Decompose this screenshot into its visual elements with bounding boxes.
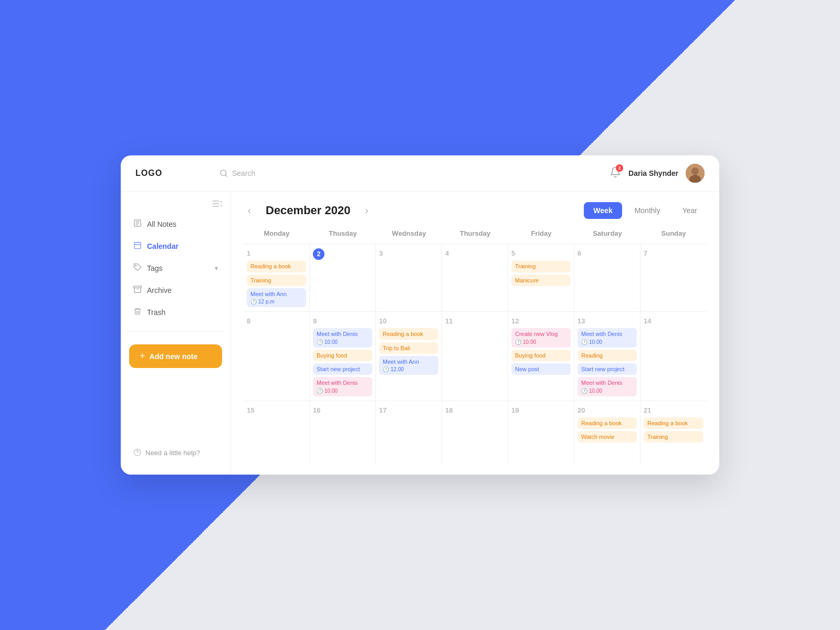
prev-month-button[interactable]: ‹ bbox=[244, 203, 255, 218]
calendar-cell[interactable]: 6 bbox=[574, 244, 640, 311]
sidebar: All Notes Calendar Tags ▾ bbox=[121, 192, 231, 474]
sidebar-item-archive[interactable]: Archive bbox=[127, 280, 224, 301]
sidebar-item-trash[interactable]: Trash bbox=[127, 302, 224, 323]
calendar-cell[interactable]: 15 bbox=[244, 401, 310, 464]
event-chip[interactable]: Watch movie bbox=[578, 431, 637, 443]
event-chip[interactable]: Reading a book bbox=[379, 328, 438, 340]
event-label: Buying food bbox=[515, 352, 567, 359]
event-label: Reading a book bbox=[581, 419, 633, 427]
calendar-cell[interactable]: 14 bbox=[640, 312, 707, 400]
search-bar[interactable]: Search bbox=[219, 169, 610, 177]
event-label: Training bbox=[647, 433, 700, 440]
event-chip[interactable]: Meet with Denis🕐 10.00 bbox=[313, 377, 372, 396]
monthly-view-button[interactable]: Monthly bbox=[625, 202, 670, 219]
calendar-cell[interactable]: 13Meet with Denis🕐 10.00ReadingStart new… bbox=[574, 312, 640, 400]
tags-icon bbox=[133, 263, 142, 274]
sidebar-item-calendar[interactable]: Calendar bbox=[127, 236, 224, 257]
event-label: Meet with Ann bbox=[383, 358, 435, 365]
event-chip[interactable]: Meet with Denis🕐 10.00 bbox=[313, 328, 372, 347]
clock-icon: 🕐 bbox=[317, 339, 323, 345]
calendar-nav: ‹ December 2020 › bbox=[244, 203, 372, 218]
event-chip[interactable]: Reading a book bbox=[644, 417, 704, 429]
event-chip[interactable]: Buying food bbox=[313, 350, 372, 361]
event-chip[interactable]: Meet with Ann🕐 12 p.m bbox=[247, 288, 306, 307]
clock-icon: 🕐 bbox=[515, 339, 521, 345]
calendar-cell[interactable]: 18 bbox=[442, 401, 508, 464]
help-link[interactable]: Need a little help? bbox=[133, 448, 218, 458]
day-tuesday: Thusday bbox=[310, 229, 376, 242]
event-time-value: 10.00 bbox=[324, 387, 338, 394]
calendar-cell[interactable]: 1Reading a bookTrainingMeet with Ann🕐 12… bbox=[244, 244, 310, 311]
week-view-button[interactable]: Week bbox=[584, 202, 622, 219]
event-chip[interactable]: Start new project bbox=[578, 363, 637, 375]
event-chip[interactable]: Trip to Bali bbox=[379, 342, 438, 354]
body: All Notes Calendar Tags ▾ bbox=[121, 192, 719, 474]
calendar-cell[interactable]: 16 bbox=[310, 401, 376, 464]
day-names-header: Monday Thusday Wednsday Thursday Friday … bbox=[244, 229, 707, 242]
event-label: Watch movie bbox=[581, 433, 633, 440]
event-chip[interactable]: Meet with Denis🕐 10.00 bbox=[578, 328, 637, 347]
search-icon bbox=[219, 169, 228, 177]
event-label: Start new project bbox=[317, 365, 369, 373]
event-label: Manicure bbox=[515, 277, 567, 284]
calendar-cell[interactable]: 19 bbox=[508, 401, 574, 464]
event-time-value: 10.00 bbox=[589, 387, 602, 394]
event-chip[interactable]: Training bbox=[644, 431, 704, 443]
event-label: Reading a book bbox=[250, 262, 302, 270]
calendar-cell[interactable]: 11 bbox=[442, 312, 508, 400]
event-time-value: 12 p.m bbox=[258, 298, 275, 305]
sidebar-item-tags[interactable]: Tags ▾ bbox=[127, 258, 224, 279]
calendar-cell[interactable]: 5TrainingManicure bbox=[508, 244, 574, 311]
event-label: Buying food bbox=[317, 352, 369, 359]
calendar-cell[interactable]: 4 bbox=[442, 244, 508, 311]
event-chip[interactable]: Reading bbox=[578, 350, 637, 361]
calendar-cell[interactable]: 10Reading a bookTrip to BaliMeet with An… bbox=[376, 312, 442, 400]
day-saturday: Saturday bbox=[574, 229, 640, 242]
calendar-week-3: 151617181920Reading a bookWatch movie21R… bbox=[244, 401, 707, 464]
calendar-cell[interactable]: 21Reading a bookTraining bbox=[640, 401, 707, 464]
event-chip[interactable]: Meet with Denis🕐 10.00 bbox=[578, 377, 637, 396]
calendar-cell[interactable]: 17 bbox=[376, 401, 442, 464]
archive-label: Archive bbox=[147, 286, 172, 295]
event-time: 🕐 10.00 bbox=[515, 339, 567, 345]
event-chip[interactable]: Training bbox=[511, 260, 571, 272]
calendar-cell[interactable]: 9Meet with Denis🕐 10.00Buying foodStart … bbox=[310, 312, 376, 400]
notification-bell[interactable]: 2 bbox=[610, 166, 621, 180]
sidebar-item-all-notes[interactable]: All Notes bbox=[127, 214, 224, 235]
year-view-button[interactable]: Year bbox=[673, 202, 707, 219]
nav-items: All Notes Calendar Tags ▾ bbox=[121, 214, 230, 323]
event-chip[interactable]: Buying food bbox=[511, 350, 571, 361]
help-icon bbox=[133, 448, 141, 458]
calendar-cell[interactable]: 2 bbox=[310, 244, 376, 311]
sidebar-divider bbox=[127, 331, 224, 332]
header: LOGO Search 2 Daria Shynder bbox=[121, 155, 719, 192]
cell-date: 12 bbox=[511, 317, 519, 325]
event-chip[interactable]: Training bbox=[247, 275, 306, 286]
clock-icon: 🕐 bbox=[250, 298, 257, 305]
event-chip[interactable]: Reading a book bbox=[247, 260, 306, 272]
cell-date: 5 bbox=[511, 249, 515, 257]
event-label: Reading a book bbox=[647, 419, 700, 427]
event-chip[interactable]: Reading a book bbox=[578, 417, 637, 429]
next-month-button[interactable]: › bbox=[361, 203, 372, 218]
cell-date: 1 bbox=[247, 249, 250, 257]
calendar-cell[interactable]: 7 bbox=[640, 244, 707, 311]
archive-icon bbox=[133, 285, 142, 296]
event-chip[interactable]: Manicure bbox=[511, 275, 571, 286]
cell-date: 3 bbox=[379, 249, 383, 257]
event-label: Training bbox=[250, 277, 302, 284]
calendar-cell[interactable]: 12Create new Vlog🕐 10.00Buying foodNew p… bbox=[508, 312, 574, 400]
event-chip[interactable]: Start new project bbox=[313, 363, 372, 375]
add-note-button[interactable]: + Add new note bbox=[129, 344, 222, 368]
calendar-cell[interactable]: 3 bbox=[376, 244, 442, 311]
calendar-cell[interactable]: 8 bbox=[244, 312, 310, 400]
collapse-btn[interactable] bbox=[121, 200, 230, 214]
cell-date: 2 bbox=[313, 248, 324, 260]
calendar-cell[interactable]: 20Reading a bookWatch movie bbox=[574, 401, 640, 464]
event-label: New post bbox=[515, 365, 567, 373]
tags-chevron-icon: ▾ bbox=[215, 265, 218, 272]
cell-events: Reading a bookTrainingMeet with Ann🕐 12 … bbox=[247, 260, 306, 307]
event-chip[interactable]: New post bbox=[511, 363, 571, 375]
event-chip[interactable]: Create new Vlog🕐 10.00 bbox=[511, 328, 571, 347]
event-chip[interactable]: Meet with Ann🕐 12.00 bbox=[379, 356, 438, 375]
